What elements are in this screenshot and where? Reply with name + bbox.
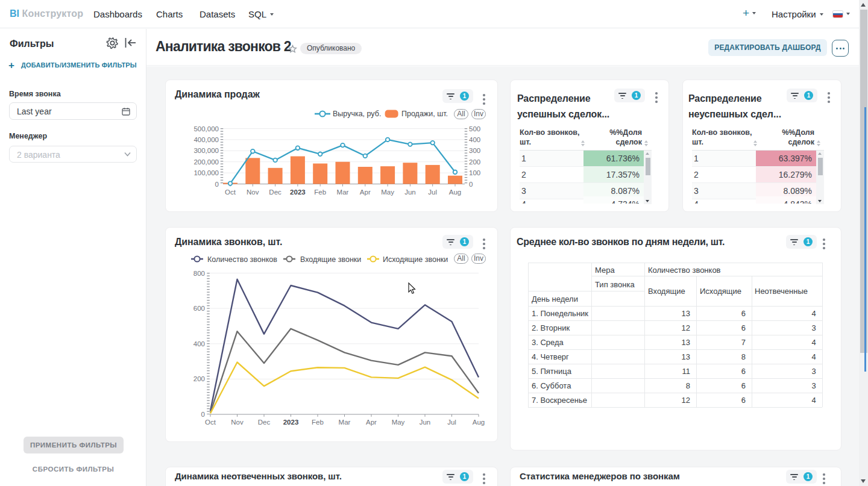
svg-text:Feb: Feb bbox=[314, 188, 326, 196]
svg-text:Продажи, шт.: Продажи, шт. bbox=[401, 110, 448, 118]
svg-text:400: 400 bbox=[469, 136, 480, 143]
svg-text:500,000: 500,000 bbox=[193, 125, 219, 132]
svg-text:Nov: Nov bbox=[231, 419, 244, 426]
svg-text:500: 500 bbox=[469, 125, 480, 132]
svg-text:2023: 2023 bbox=[290, 188, 306, 196]
svg-text:Feb: Feb bbox=[312, 419, 324, 426]
svg-text:Oct: Oct bbox=[225, 188, 236, 196]
svg-text:0: 0 bbox=[215, 181, 219, 188]
svg-text:2023: 2023 bbox=[283, 419, 299, 426]
svg-text:Jul: Jul bbox=[447, 419, 456, 426]
svg-text:Количество звонков: Количество звонков bbox=[207, 255, 277, 264]
svg-text:300: 300 bbox=[469, 147, 480, 154]
svg-text:200: 200 bbox=[193, 375, 205, 382]
svg-text:Dec: Dec bbox=[258, 419, 271, 426]
svg-text:400: 400 bbox=[193, 340, 205, 347]
svg-text:600: 600 bbox=[193, 305, 205, 312]
svg-text:300,000: 300,000 bbox=[193, 147, 219, 154]
svg-text:Nov: Nov bbox=[247, 188, 259, 196]
svg-text:400,000: 400,000 bbox=[193, 136, 219, 143]
svg-text:100: 100 bbox=[469, 169, 480, 176]
svg-text:Jul: Jul bbox=[428, 188, 437, 196]
svg-text:May: May bbox=[381, 188, 394, 196]
svg-text:Apr: Apr bbox=[366, 419, 377, 426]
svg-text:Исходящие звонки: Исходящие звонки bbox=[383, 255, 448, 264]
svg-text:0: 0 bbox=[201, 411, 205, 418]
svg-text:Mar: Mar bbox=[337, 188, 349, 196]
svg-text:Mar: Mar bbox=[339, 419, 351, 426]
svg-text:Aug: Aug bbox=[449, 188, 461, 196]
svg-text:Apr: Apr bbox=[360, 188, 371, 196]
svg-text:800: 800 bbox=[193, 270, 205, 277]
svg-text:200,000: 200,000 bbox=[193, 158, 219, 166]
svg-text:Oct: Oct bbox=[205, 419, 216, 426]
svg-text:Dec: Dec bbox=[269, 188, 281, 196]
svg-text:Jun: Jun bbox=[420, 419, 431, 426]
svg-text:0: 0 bbox=[469, 181, 473, 188]
svg-text:Aug: Aug bbox=[473, 419, 485, 426]
svg-text:Jun: Jun bbox=[404, 188, 416, 196]
svg-text:200: 200 bbox=[469, 158, 480, 166]
svg-text:100,000: 100,000 bbox=[193, 169, 219, 176]
svg-text:Входящие звонки: Входящие звонки bbox=[300, 255, 361, 264]
svg-text:May: May bbox=[392, 419, 405, 426]
svg-text:Выручка, руб.: Выручка, руб. bbox=[333, 110, 381, 118]
